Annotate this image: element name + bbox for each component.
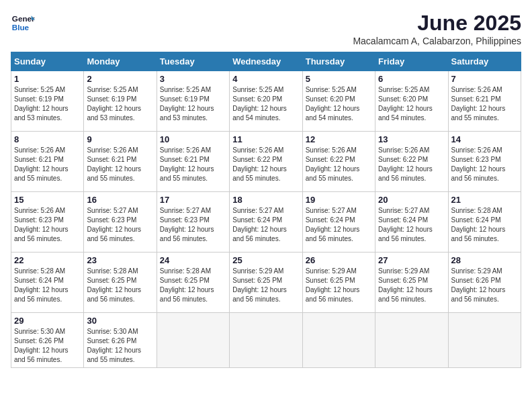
calendar-subtitle: Macalamcam A, Calabarzon, Philippines — [353, 36, 521, 46]
day-info: Sunrise: 5:28 AMSunset: 6:24 PMDaylight:… — [451, 206, 518, 244]
day-info: Sunrise: 5:29 AMSunset: 6:26 PMDaylight:… — [451, 267, 518, 304]
calendar-cell — [375, 313, 448, 368]
day-number: 8 — [14, 134, 81, 144]
day-number: 23 — [87, 255, 153, 265]
day-info: Sunrise: 5:28 AMSunset: 6:25 PMDaylight:… — [160, 267, 226, 304]
calendar-cell: 23Sunrise: 5:28 AMSunset: 6:25 PMDayligh… — [84, 253, 157, 313]
day-info: Sunrise: 5:25 AMSunset: 6:19 PMDaylight:… — [87, 85, 153, 123]
calendar-cell: 28Sunrise: 5:29 AMSunset: 6:26 PMDayligh… — [448, 253, 521, 313]
day-info: Sunrise: 5:30 AMSunset: 6:26 PMDaylight:… — [87, 327, 153, 365]
calendar-cell: 10Sunrise: 5:26 AMSunset: 6:21 PMDayligh… — [157, 132, 229, 192]
calendar-table: SundayMondayTuesdayWednesdayThursdayFrid… — [11, 52, 521, 368]
day-number: 14 — [451, 134, 518, 144]
calendar-week-row: 1Sunrise: 5:25 AMSunset: 6:19 PMDaylight… — [11, 71, 521, 132]
day-number: 30 — [87, 316, 153, 326]
day-info: Sunrise: 5:27 AMSunset: 6:23 PMDaylight:… — [87, 206, 153, 244]
day-info: Sunrise: 5:25 AMSunset: 6:19 PMDaylight:… — [14, 85, 81, 123]
day-number: 20 — [378, 195, 445, 205]
calendar-cell: 17Sunrise: 5:27 AMSunset: 6:23 PMDayligh… — [157, 192, 229, 253]
calendar-cell: 30Sunrise: 5:30 AMSunset: 6:26 PMDayligh… — [84, 313, 157, 368]
calendar-cell: 18Sunrise: 5:27 AMSunset: 6:24 PMDayligh… — [230, 192, 302, 253]
day-number: 29 — [14, 316, 81, 326]
day-info: Sunrise: 5:26 AMSunset: 6:23 PMDaylight:… — [451, 146, 518, 183]
day-number: 9 — [87, 134, 153, 144]
calendar-week-row: 22Sunrise: 5:28 AMSunset: 6:24 PMDayligh… — [11, 253, 521, 313]
calendar-cell: 9Sunrise: 5:26 AMSunset: 6:21 PMDaylight… — [84, 132, 157, 192]
calendar-cell: 2Sunrise: 5:25 AMSunset: 6:19 PMDaylight… — [84, 71, 157, 132]
calendar-cell: 21Sunrise: 5:28 AMSunset: 6:24 PMDayligh… — [448, 192, 521, 253]
day-number: 11 — [232, 134, 299, 144]
header: General Blue June 2025 Macalamcam A, Cal… — [11, 11, 521, 46]
calendar-cell — [448, 313, 521, 368]
day-number: 15 — [14, 195, 81, 205]
calendar-cell: 27Sunrise: 5:29 AMSunset: 6:25 PMDayligh… — [375, 253, 448, 313]
day-number: 5 — [306, 74, 372, 84]
title-area: June 2025 Macalamcam A, Calabarzon, Phil… — [353, 11, 521, 46]
weekday-header: Saturday — [448, 52, 521, 71]
calendar-week-row: 8Sunrise: 5:26 AMSunset: 6:21 PMDaylight… — [11, 132, 521, 192]
day-info: Sunrise: 5:30 AMSunset: 6:26 PMDaylight:… — [14, 327, 81, 365]
calendar-cell: 29Sunrise: 5:30 AMSunset: 6:26 PMDayligh… — [11, 313, 84, 368]
calendar-cell: 14Sunrise: 5:26 AMSunset: 6:23 PMDayligh… — [448, 132, 521, 192]
day-info: Sunrise: 5:27 AMSunset: 6:24 PMDaylight:… — [378, 206, 445, 244]
day-number: 24 — [160, 255, 226, 265]
day-info: Sunrise: 5:25 AMSunset: 6:20 PMDaylight:… — [232, 85, 299, 123]
calendar-cell: 15Sunrise: 5:26 AMSunset: 6:23 PMDayligh… — [11, 192, 84, 253]
calendar-cell: 13Sunrise: 5:26 AMSunset: 6:22 PMDayligh… — [375, 132, 448, 192]
day-number: 21 — [451, 195, 518, 205]
calendar-cell: 3Sunrise: 5:25 AMSunset: 6:19 PMDaylight… — [157, 71, 229, 132]
weekday-header: Monday — [84, 52, 157, 71]
calendar-cell: 7Sunrise: 5:26 AMSunset: 6:21 PMDaylight… — [448, 71, 521, 132]
day-info: Sunrise: 5:28 AMSunset: 6:25 PMDaylight:… — [87, 267, 153, 304]
day-info: Sunrise: 5:26 AMSunset: 6:22 PMDaylight:… — [306, 146, 372, 183]
day-number: 17 — [160, 195, 226, 205]
day-info: Sunrise: 5:25 AMSunset: 6:19 PMDaylight:… — [160, 85, 226, 123]
day-number: 2 — [87, 74, 153, 84]
calendar-cell: 19Sunrise: 5:27 AMSunset: 6:24 PMDayligh… — [302, 192, 375, 253]
day-number: 28 — [451, 255, 518, 265]
day-info: Sunrise: 5:28 AMSunset: 6:24 PMDaylight:… — [14, 267, 81, 304]
calendar-body: 1Sunrise: 5:25 AMSunset: 6:19 PMDaylight… — [11, 71, 521, 368]
logo-icon: General Blue — [11, 11, 35, 35]
day-info: Sunrise: 5:25 AMSunset: 6:20 PMDaylight:… — [306, 85, 372, 123]
logo: General Blue — [11, 11, 35, 35]
day-number: 7 — [451, 74, 518, 84]
day-info: Sunrise: 5:26 AMSunset: 6:21 PMDaylight:… — [451, 85, 518, 123]
calendar-cell: 12Sunrise: 5:26 AMSunset: 6:22 PMDayligh… — [302, 132, 375, 192]
day-number: 10 — [160, 134, 226, 144]
weekday-header: Wednesday — [230, 52, 302, 71]
weekday-header: Sunday — [11, 52, 84, 71]
day-number: 3 — [160, 74, 226, 84]
calendar-header: SundayMondayTuesdayWednesdayThursdayFrid… — [11, 52, 521, 71]
calendar-cell: 4Sunrise: 5:25 AMSunset: 6:20 PMDaylight… — [230, 71, 302, 132]
calendar-cell: 1Sunrise: 5:25 AMSunset: 6:19 PMDaylight… — [11, 71, 84, 132]
calendar-cell — [302, 313, 375, 368]
calendar-cell: 6Sunrise: 5:25 AMSunset: 6:20 PMDaylight… — [375, 71, 448, 132]
weekday-header: Thursday — [302, 52, 375, 71]
day-info: Sunrise: 5:26 AMSunset: 6:23 PMDaylight:… — [14, 206, 81, 244]
svg-text:Blue: Blue — [12, 23, 30, 32]
day-info: Sunrise: 5:26 AMSunset: 6:21 PMDaylight:… — [87, 146, 153, 183]
day-info: Sunrise: 5:26 AMSunset: 6:22 PMDaylight:… — [232, 146, 299, 183]
day-info: Sunrise: 5:26 AMSunset: 6:21 PMDaylight:… — [14, 146, 81, 183]
day-number: 25 — [232, 255, 299, 265]
day-info: Sunrise: 5:27 AMSunset: 6:24 PMDaylight:… — [232, 206, 299, 244]
day-number: 18 — [232, 195, 299, 205]
calendar-cell: 22Sunrise: 5:28 AMSunset: 6:24 PMDayligh… — [11, 253, 84, 313]
day-number: 19 — [306, 195, 372, 205]
calendar-cell: 25Sunrise: 5:29 AMSunset: 6:25 PMDayligh… — [230, 253, 302, 313]
day-number: 4 — [232, 74, 299, 84]
day-number: 12 — [306, 134, 372, 144]
calendar-cell: 5Sunrise: 5:25 AMSunset: 6:20 PMDaylight… — [302, 71, 375, 132]
day-number: 6 — [378, 74, 445, 84]
day-number: 27 — [378, 255, 445, 265]
day-info: Sunrise: 5:27 AMSunset: 6:24 PMDaylight:… — [306, 206, 372, 244]
day-number: 26 — [306, 255, 372, 265]
calendar-cell: 8Sunrise: 5:26 AMSunset: 6:21 PMDaylight… — [11, 132, 84, 192]
calendar-cell: 16Sunrise: 5:27 AMSunset: 6:23 PMDayligh… — [84, 192, 157, 253]
day-number: 22 — [14, 255, 81, 265]
day-info: Sunrise: 5:29 AMSunset: 6:25 PMDaylight:… — [232, 267, 299, 304]
calendar-week-row: 15Sunrise: 5:26 AMSunset: 6:23 PMDayligh… — [11, 192, 521, 253]
weekday-header: Friday — [375, 52, 448, 71]
day-info: Sunrise: 5:29 AMSunset: 6:25 PMDaylight:… — [306, 267, 372, 304]
